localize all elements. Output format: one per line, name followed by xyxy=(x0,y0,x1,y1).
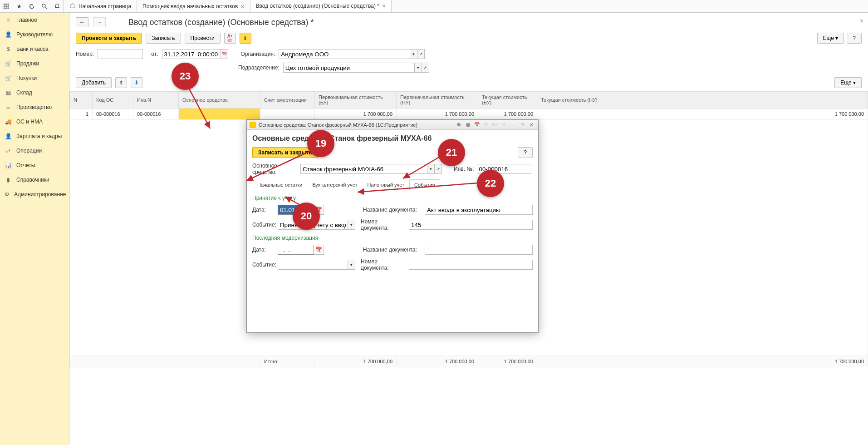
col-name[interactable]: Основное средство xyxy=(179,92,260,109)
mod-docname-field[interactable] xyxy=(425,245,533,255)
mod-date-field[interactable] xyxy=(278,245,314,255)
mplus-icon[interactable]: M+ xyxy=(491,121,499,129)
org-field[interactable] xyxy=(279,49,410,59)
move-down-button[interactable]: ⬇ xyxy=(131,77,142,88)
date-field[interactable] xyxy=(162,49,221,59)
print-icon[interactable]: 🖶 xyxy=(455,121,463,129)
table-row[interactable]: 1 00-000016 00-000016 1 700 000,00 1 700… xyxy=(70,109,868,120)
maximize-icon[interactable]: □ xyxy=(518,121,526,129)
forward-button[interactable]: → xyxy=(93,17,106,27)
tab-events[interactable]: События xyxy=(409,179,440,190)
col-inv[interactable]: Инв.N xyxy=(133,92,179,109)
more-button[interactable]: Еще ▾ xyxy=(817,33,844,44)
back-button[interactable]: ← xyxy=(76,17,88,27)
svg-rect-1 xyxy=(5,3,7,5)
cart-icon: 🛒 xyxy=(5,60,12,67)
calendar-icon[interactable]: 📅 xyxy=(221,49,228,59)
chevron-down-icon[interactable]: ▾ xyxy=(348,220,355,230)
post-close-button[interactable]: Провести и закрыть xyxy=(76,33,142,44)
close-icon[interactable]: × xyxy=(240,3,244,10)
gear-icon: ⚙ xyxy=(5,191,10,198)
sidebar-item-sales[interactable]: 🛒Продажи xyxy=(0,56,69,71)
flow-icon: ⇄ xyxy=(5,147,12,154)
open-icon[interactable]: ↗ xyxy=(435,164,442,174)
annotation-23: 23 xyxy=(172,63,199,90)
search-icon[interactable] xyxy=(38,0,51,13)
sidebar-item-operations[interactable]: ⇄Операции xyxy=(0,143,69,158)
m-icon[interactable]: M xyxy=(482,121,490,129)
docnum-field[interactable] xyxy=(409,220,533,230)
docname-label: Название документа: xyxy=(363,207,422,213)
add-button[interactable]: Добавить xyxy=(76,77,112,88)
close-icon[interactable]: × xyxy=(382,2,386,10)
apps-icon[interactable] xyxy=(0,0,13,13)
history-icon[interactable] xyxy=(25,0,38,13)
dept-field[interactable] xyxy=(283,63,415,73)
col-acct[interactable]: Счет амортизации xyxy=(260,92,315,109)
info-icon[interactable]: ℹ xyxy=(240,33,251,44)
sidebar-item-purchases[interactable]: 🛒Покупки xyxy=(0,71,69,85)
move-up-button[interactable]: ⬆ xyxy=(115,77,127,88)
sidebar-item-salary[interactable]: 👤Зарплата и кадры xyxy=(0,129,69,143)
number-field[interactable] xyxy=(98,49,143,59)
star-icon[interactable]: ★ xyxy=(13,0,25,13)
bell-icon[interactable] xyxy=(51,0,64,13)
col-code[interactable]: Код ОС xyxy=(93,92,133,109)
svg-rect-2 xyxy=(8,3,9,5)
sidebar-item-warehouse[interactable]: ▦Склад xyxy=(0,85,69,100)
sidebar-item-admin[interactable]: ⚙Администрирование xyxy=(0,187,69,202)
sidebar-label: Отчеты xyxy=(16,162,35,168)
col-cur-bu[interactable]: Текущая стоимость (БУ) xyxy=(478,92,537,109)
tab-tax[interactable]: Налоговый учет xyxy=(363,179,410,190)
dt-kt-icon[interactable]: ДтКт xyxy=(224,33,236,44)
sidebar-item-reports[interactable]: 📊Отчеты xyxy=(0,158,69,173)
col-cost-bu[interactable]: Первоначальная стоимость (БУ) xyxy=(315,92,397,109)
col-cost-nu[interactable]: Первоначальная стоимость (НУ) xyxy=(397,92,478,109)
chevron-down-icon[interactable]: ▾ xyxy=(415,63,422,73)
chevron-down-icon[interactable]: ▾ xyxy=(348,260,355,270)
tab-initial[interactable]: Начальные остатки xyxy=(252,179,307,190)
os-field[interactable] xyxy=(300,164,427,174)
truck-icon: 🚚 xyxy=(5,118,12,125)
more-button[interactable]: Еще ▾ xyxy=(834,77,862,88)
minimize-icon[interactable]: — xyxy=(509,121,517,129)
sidebar-item-production[interactable]: ≣Производство xyxy=(0,100,69,114)
help-button[interactable]: ? xyxy=(847,33,862,44)
sidebar-label: Операции xyxy=(16,148,42,154)
annotation-21: 21 xyxy=(438,139,465,166)
sidebar-label: Главное xyxy=(16,17,37,23)
post-button[interactable]: Провести xyxy=(185,33,221,44)
modal-title-bar[interactable]: Основные средства: Станок фрезерный МУХА… xyxy=(247,120,538,130)
col-n[interactable]: N xyxy=(70,92,93,109)
calendar-icon[interactable]: 📅 xyxy=(314,245,324,255)
chevron-down-icon[interactable]: ▾ xyxy=(410,49,417,59)
tab-accounting[interactable]: Бухгалтерский учет xyxy=(307,179,362,190)
mod-event-field[interactable] xyxy=(278,260,348,270)
mod-docnum-field[interactable] xyxy=(409,260,533,270)
open-icon[interactable]: ↗ xyxy=(422,63,429,73)
tab-helper[interactable]: Помощник ввода начальных остатков × xyxy=(137,0,250,12)
date-label: Дата: xyxy=(252,247,275,253)
docname-field[interactable] xyxy=(425,205,533,215)
command-bar: Провести и закрыть Записать Провести ДтК… xyxy=(69,29,868,47)
col-cur-nu[interactable]: Текущая стоимость (НУ) xyxy=(537,92,868,109)
sidebar-item-catalogs[interactable]: ▮Справочники xyxy=(0,173,69,187)
modal-help-button[interactable]: ? xyxy=(518,147,533,158)
write-button[interactable]: Записать xyxy=(146,33,181,44)
close-icon[interactable]: ✕ xyxy=(527,121,535,129)
sidebar-label: Продажи xyxy=(16,60,39,67)
open-icon[interactable]: ↗ xyxy=(417,49,425,59)
close-icon[interactable]: × xyxy=(860,17,863,25)
sidebar-item-main[interactable]: ≡Главное xyxy=(0,13,69,27)
sidebar-label: Банк и касса xyxy=(16,46,49,52)
tab-balances[interactable]: Ввод остатков (создание) (Основные средс… xyxy=(250,0,392,12)
mminus-icon[interactable]: M- xyxy=(500,121,508,129)
chevron-down-icon[interactable]: ▾ xyxy=(427,164,435,174)
sidebar-item-os-nma[interactable]: 🚚ОС и НМА xyxy=(0,114,69,129)
sidebar-label: Руководителю xyxy=(16,31,53,38)
calc-icon[interactable]: ▦ xyxy=(464,121,472,129)
tab-home[interactable]: Начальная страница xyxy=(64,0,137,12)
calendar-icon[interactable]: 📅 xyxy=(473,121,481,129)
sidebar-item-bank[interactable]: $Банк и касса xyxy=(0,42,69,56)
sidebar-item-manager[interactable]: 👤Руководителю xyxy=(0,27,69,42)
